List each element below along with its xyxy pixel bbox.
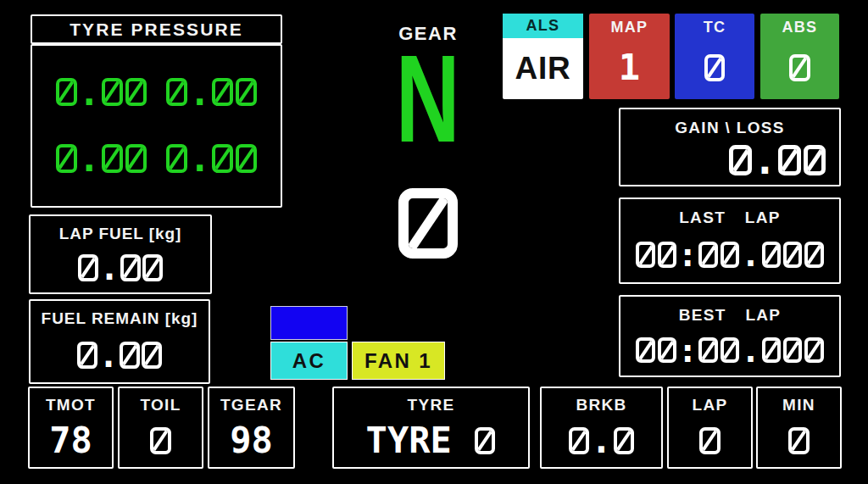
fuel-remain-value: .: [76, 328, 163, 382]
map-label: MAP: [611, 19, 648, 36]
tyre-pressure-front-left: .: [54, 75, 147, 111]
best-lap-panel: BEST LAP :.: [619, 295, 841, 377]
als-header: ALS: [503, 14, 583, 38]
last-lap-panel: LAST LAP :.: [619, 197, 841, 284]
brake-bias-label: BRKB: [576, 396, 626, 414]
map-toggle[interactable]: MAP 1: [589, 14, 670, 99]
brake-bias-panel: BRKB .: [540, 387, 663, 469]
lap-fuel-panel: LAP FUEL [kg] .: [29, 214, 212, 294]
als-value: AIR: [515, 38, 571, 99]
tyre-pressure-title: TYRE PRESSURE: [70, 19, 243, 40]
blue-status-indicator: [270, 306, 348, 340]
tgear-label: TGEAR: [220, 396, 282, 414]
tyre-pressure-front-right: .: [165, 75, 259, 111]
tc-toggle[interactable]: TC: [675, 14, 754, 99]
toil-label: TOIL: [140, 396, 181, 414]
lap-fuel-value: .: [77, 243, 164, 292]
tgear-panel: TGEAR 98: [208, 387, 295, 469]
gain-loss-value: .: [620, 141, 839, 180]
tyre-pressure-panel: . . . .: [31, 44, 282, 208]
lap-count-panel: LAP: [667, 387, 753, 469]
tc-value: [703, 36, 726, 99]
last-lap-value: :.: [635, 227, 825, 282]
tyre-compound-value: TYRE: [366, 414, 497, 467]
best-lap-value: :.: [635, 325, 825, 376]
lap-count-value: [698, 414, 721, 467]
tmot-panel: TMOT 78: [28, 387, 114, 469]
abs-toggle[interactable]: ABS: [760, 14, 839, 99]
best-lap-label: BEST LAP: [679, 306, 782, 325]
tyre-pressure-header: TYRE PRESSURE: [31, 14, 282, 44]
als-toggle[interactable]: ALS AIR: [503, 14, 583, 99]
tmot-label: TMOT: [46, 396, 96, 414]
tyre-compound-label: TYRE: [408, 396, 455, 414]
toil-panel: TOIL: [118, 387, 203, 469]
abs-value: [788, 36, 811, 99]
racing-dashboard: TYRE PRESSURE . . . . GEAR N ALS AIR MAP…: [0, 0, 868, 484]
map-value: 1: [619, 36, 640, 99]
fuel-remain-label: FUEL REMAIN [kg]: [42, 309, 198, 328]
gain-loss-label: GAIN \ LOSS: [620, 119, 839, 137]
ac-toggle[interactable]: AC: [270, 342, 348, 380]
tyre-compound-panel: TYRE TYRE: [332, 387, 530, 469]
tc-label: TC: [704, 19, 726, 36]
tyre-pressure-rear-left: .: [54, 141, 147, 177]
gain-loss-panel: GAIN \ LOSS .: [619, 108, 841, 186]
lap-fuel-label: LAP FUEL [kg]: [59, 225, 182, 243]
gear-indicator: N: [360, 37, 496, 161]
fuel-remain-panel: FUEL REMAIN [kg] .: [29, 299, 210, 384]
last-lap-label: LAST LAP: [679, 209, 781, 227]
lap-count-label: LAP: [693, 396, 728, 414]
minutes-panel: MIN: [756, 387, 842, 469]
minutes-value: [787, 414, 810, 467]
minutes-label: MIN: [782, 396, 815, 414]
gear-secondary-indicator: [360, 180, 496, 270]
fan-toggle[interactable]: FAN 1: [352, 342, 445, 380]
tgear-value: 98: [230, 414, 273, 467]
abs-label: ABS: [782, 19, 818, 36]
als-label: ALS: [526, 17, 560, 35]
brake-bias-value: .: [568, 414, 636, 467]
tyre-pressure-rear-right: .: [165, 141, 259, 177]
toil-value: [149, 414, 172, 467]
tmot-value: 78: [49, 414, 92, 467]
